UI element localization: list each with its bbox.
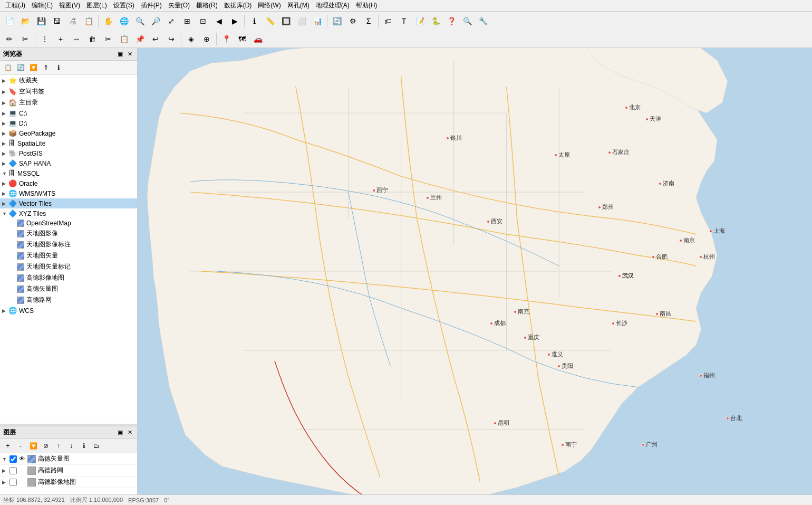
browser-info-btn[interactable]: ℹ: [53, 62, 64, 73]
stats-btn[interactable]: Σ: [361, 14, 376, 28]
tree-item-oracle[interactable]: ▶🔴 Oracle: [0, 178, 137, 188]
browser-collapse-btn[interactable]: ⇑: [40, 62, 52, 73]
tree-item-spatialite[interactable]: ▶🗄 SpatiaLite: [0, 138, 137, 148]
print2-btn[interactable]: 📋: [81, 14, 96, 28]
zoom-selection-btn[interactable]: ⊡: [196, 14, 210, 28]
vertex-tool-btn[interactable]: ◈: [183, 32, 198, 46]
tree-item-tiandi_vec_label[interactable]: 天地图矢量标记: [0, 261, 137, 272]
tree-item-favorites[interactable]: ▶⭐ 收藏夹: [0, 75, 137, 86]
layer-add-btn[interactable]: +: [2, 440, 14, 452]
tree-item-wms_wmts[interactable]: ▶🌐 WMS/WMTS: [0, 188, 137, 198]
layers-panel-close-btn[interactable]: ✕: [125, 428, 134, 437]
identify-btn[interactable]: ℹ: [247, 14, 262, 28]
browser-refresh-btn[interactable]: 🔄: [15, 62, 26, 73]
text-btn[interactable]: T: [397, 14, 411, 28]
menu-geoprocessing[interactable]: 地理处理(A): [313, 0, 353, 11]
plugin-mgr-btn[interactable]: 🔧: [476, 14, 490, 28]
digitize-btn[interactable]: ✏: [2, 32, 17, 46]
move-feature-btn[interactable]: ↔: [69, 32, 84, 46]
browser-add-btn[interactable]: 📋: [2, 62, 14, 73]
tree-item-tiandi_img[interactable]: 天地图影像: [0, 228, 137, 239]
map-area[interactable]: 北京天津石家庄太原济南郑州西安兰州银川西宁武汉合肥南京上海杭州南昌长沙贵阳成都重…: [138, 48, 812, 494]
menu-edit[interactable]: 编辑(E): [28, 0, 56, 11]
delete-btn[interactable]: 🗑: [85, 32, 100, 46]
menu-mesh[interactable]: 网孔(M): [284, 0, 313, 11]
menu-project[interactable]: 工程(J): [2, 0, 28, 11]
zoom-full-btn[interactable]: ⤢: [164, 14, 179, 28]
layer-info-btn[interactable]: ℹ: [78, 440, 90, 452]
menu-help[interactable]: 帮助(H): [353, 0, 381, 11]
menu-network[interactable]: 网络(W): [255, 0, 284, 11]
tree-item-bookmarks[interactable]: ▶🔖 空间书签: [0, 86, 137, 97]
layer-checkbox-gaode_img_layer[interactable]: [9, 479, 17, 486]
open-project-btn[interactable]: 📂: [18, 14, 33, 28]
new-project-btn[interactable]: 📄: [2, 14, 17, 28]
tree-item-vector_tiles[interactable]: ▶🔷 Vector Tiles: [0, 198, 137, 208]
cut-btn[interactable]: ✂: [101, 32, 115, 46]
layer-checkbox-gaode_vec_layer[interactable]: [9, 455, 17, 463]
label-btn[interactable]: 🏷: [381, 14, 395, 28]
browser-tree[interactable]: ▶⭐ 收藏夹▶🔖 空间书签▶🏠 主目录▶💻 C:\▶💻 D:\▶📦 GeoPac…: [0, 75, 137, 424]
tree-item-gaode_img[interactable]: 高德影像地图: [0, 272, 137, 283]
tree-item-d_drive[interactable]: ▶💻 D:\: [0, 118, 137, 128]
geocode2-btn[interactable]: 🗺: [235, 32, 249, 46]
paste-btn[interactable]: 📌: [132, 32, 147, 46]
print-btn[interactable]: 🖨: [65, 14, 80, 28]
layer-up-btn[interactable]: ↑: [53, 440, 64, 452]
layer-checkbox-gaode_road_layer[interactable]: [9, 467, 17, 474]
snap-btn[interactable]: ⋮: [37, 32, 52, 46]
pan-btn[interactable]: ✋: [101, 14, 115, 28]
save-project-btn[interactable]: 💾: [34, 14, 49, 28]
tree-item-geopackage[interactable]: ▶📦 GeoPackage: [0, 128, 137, 138]
layer-group-btn[interactable]: 🗂: [91, 440, 102, 452]
copy-btn[interactable]: 📋: [117, 32, 131, 46]
layer-remove-btn[interactable]: -: [15, 440, 26, 452]
undo-btn[interactable]: ↩: [148, 32, 163, 46]
annotation-btn[interactable]: 📝: [412, 14, 427, 28]
layer-item-gaode_vec_layer[interactable]: ▼👁高德矢量图: [0, 453, 137, 465]
refresh-btn[interactable]: 🔄: [330, 14, 344, 28]
tree-item-wcs[interactable]: ▶🌐 WCS: [0, 306, 137, 316]
tree-item-xyz_tiles[interactable]: ▼🔷 XYZ Tiles: [0, 208, 137, 218]
layer-down-btn[interactable]: ↓: [65, 440, 77, 452]
browser-panel-close-btn[interactable]: ✕: [125, 50, 134, 59]
measure-btn[interactable]: 📏: [263, 14, 277, 28]
add-feature-btn[interactable]: +: [53, 32, 68, 46]
menu-raster[interactable]: 栅格(R): [193, 0, 221, 11]
layer-filter2-btn[interactable]: ⊘: [40, 440, 52, 452]
settings2-btn[interactable]: ⚙: [345, 14, 360, 28]
layer-filter-btn[interactable]: 🔽: [27, 440, 39, 452]
tree-item-postgis[interactable]: ▶🐘 PostGIS: [0, 148, 137, 158]
layer-item-gaode_img_layer[interactable]: ▶高德影像地图: [0, 477, 137, 488]
menu-view[interactable]: 视图(V): [56, 0, 83, 11]
tree-item-gaode_road[interactable]: 高德路网: [0, 294, 137, 306]
menu-vector[interactable]: 矢量(O): [165, 0, 193, 11]
current-edit-btn[interactable]: ✂: [18, 32, 33, 46]
browser-filter-btn[interactable]: 🔽: [27, 62, 39, 73]
pan-map-btn[interactable]: 🌐: [117, 14, 131, 28]
menu-plugins[interactable]: 插件(P): [138, 0, 165, 11]
zoom-next-btn[interactable]: ▶: [227, 14, 242, 28]
tree-item-saphana[interactable]: ▶🔷 SAP HANA: [0, 158, 137, 168]
redo-btn[interactable]: ↪: [164, 32, 179, 46]
tree-item-tiandi_vec[interactable]: 天地图矢量: [0, 250, 137, 261]
tree-item-mssql[interactable]: ▼🗄 MSSQL: [0, 168, 137, 178]
menu-layer[interactable]: 图层(L): [83, 0, 110, 11]
tree-item-openstreetmap[interactable]: OpenStreetMap: [0, 218, 137, 228]
layer-item-gaode_road_layer[interactable]: ▶高德路网: [0, 465, 137, 477]
menu-settings[interactable]: 设置(S): [110, 0, 138, 11]
deselect-btn[interactable]: ⬜: [294, 14, 309, 28]
zoom-out-btn[interactable]: 🔎: [148, 14, 163, 28]
geocode-btn[interactable]: 📍: [219, 32, 234, 46]
zoom-last-btn[interactable]: ◀: [211, 14, 226, 28]
tree-item-home[interactable]: ▶🏠 主目录: [0, 97, 137, 108]
attr-table-btn[interactable]: 📊: [310, 14, 325, 28]
tree-item-tiandi_img_label[interactable]: 天地图影像标注: [0, 239, 137, 250]
tree-item-c_drive[interactable]: ▶💻 C:\: [0, 108, 137, 118]
menu-database[interactable]: 数据库(D): [221, 0, 255, 11]
adv-digit-btn[interactable]: ⊕: [199, 32, 214, 46]
tree-item-gaode_vec[interactable]: 高德矢量图: [0, 283, 137, 294]
layers-panel-float-btn[interactable]: ▣: [116, 428, 124, 437]
save-as-btn[interactable]: 🖫: [50, 14, 64, 28]
zoom-in-btn[interactable]: 🔍: [132, 14, 147, 28]
